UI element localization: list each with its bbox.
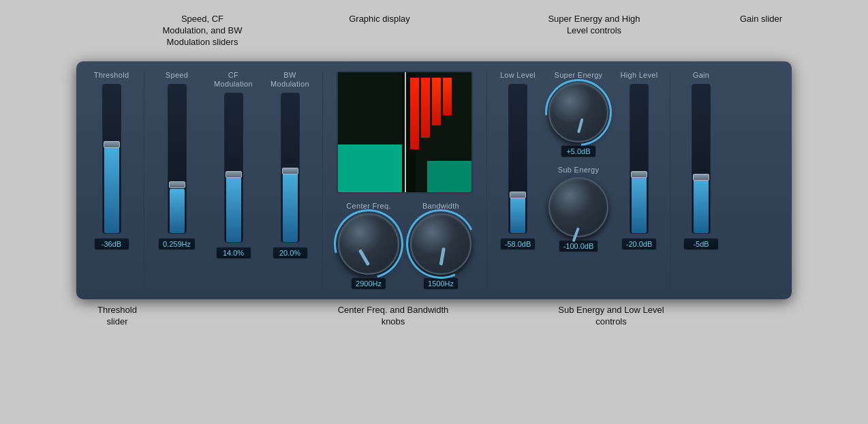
gd-red-bars: [410, 78, 452, 149]
knob-pair: Center Freq. 2900Hz Bandwidth 1500Hz: [338, 202, 471, 290]
super-energy-ring: [531, 65, 625, 160]
gd-red-bar-3: [432, 78, 441, 125]
bandwidth-value: 1500Hz: [423, 277, 459, 290]
cf-fill: [226, 175, 241, 242]
graphic-display: [337, 71, 473, 194]
gain-label: Gain: [693, 71, 709, 80]
cf-modulation-label: CF Modulation: [214, 71, 253, 89]
ann-graphic-display: Graphic display: [345, 14, 414, 25]
right-controls: Low Level -58.0dB Super Energy +5.0dB Su…: [494, 71, 663, 290]
plugin-container: Threshold -36dB Speed 0.259Hz CF Modulat…: [76, 61, 792, 299]
speed-slider-track[interactable]: [168, 84, 187, 234]
bw-thumb[interactable]: [282, 168, 298, 175]
ann-sub-energy-low: Sub Energy and Low Level controls: [553, 305, 669, 328]
cf-modulation-slider-track[interactable]: [224, 93, 243, 243]
cf-thumb[interactable]: [226, 171, 242, 178]
sep1: [144, 71, 144, 290]
threshold-fill: [104, 144, 119, 233]
high-level-thumb[interactable]: [631, 171, 647, 178]
ann-center-freq-bandwidth: Center Freq. and Bandwidth knobs: [335, 305, 451, 328]
low-level-section: Low Level -58.0dB: [494, 71, 542, 290]
sep2: [322, 71, 323, 290]
ann-gain-slider: Gain slider: [737, 14, 785, 25]
low-level-slider-track[interactable]: [508, 84, 527, 234]
gain-fill: [694, 177, 709, 233]
low-level-thumb[interactable]: [510, 192, 526, 198]
bw-modulation-value: 20.0%: [273, 247, 308, 259]
threshold-label: Threshold: [94, 71, 129, 80]
threshold-value: -36dB: [94, 238, 129, 250]
threshold-slider-track[interactable]: [102, 84, 121, 234]
gain-thumb[interactable]: [693, 174, 709, 181]
sep3: [486, 71, 487, 290]
cf-modulation-section: CF Modulation 14.0%: [208, 71, 259, 290]
speed-label: Speed: [166, 71, 188, 80]
high-level-label: High Level: [621, 71, 658, 80]
sub-energy-row: Sub Energy -100.0dB: [548, 166, 608, 252]
bandwidth-knob-ring: [397, 200, 486, 289]
super-energy-value: +5.0dB: [561, 145, 596, 157]
sep4: [670, 71, 670, 290]
cf-modulation-value: 14.0%: [216, 247, 251, 259]
gain-slider-track[interactable]: [692, 84, 711, 234]
super-energy-row: Super Energy +5.0dB: [548, 71, 608, 157]
high-level-section: High Level -20.0dB: [615, 71, 663, 290]
top-annotations: Speed, CF Modulation, and BW Modulation …: [76, 14, 792, 61]
gain-value: -5dB: [683, 238, 719, 250]
gd-teal-right: [427, 161, 471, 192]
center-freq-knob[interactable]: [338, 213, 399, 275]
high-level-value: -20.0dB: [621, 238, 657, 250]
bandwidth-knob[interactable]: [410, 213, 471, 275]
gd-white-line: [405, 72, 406, 192]
speed-thumb[interactable]: [169, 181, 185, 188]
high-level-slider-track[interactable]: [630, 84, 649, 234]
low-level-fill: [510, 196, 525, 234]
center-freq-band: Center Freq. 2900Hz Bandwidth 1500Hz: [330, 71, 480, 290]
speed-fill: [170, 189, 185, 233]
sub-energy-knob[interactable]: [548, 177, 608, 237]
super-energy-knob[interactable]: [548, 82, 608, 142]
center-freq-knob-ring: [321, 197, 416, 292]
ann-speed-cf-bw: Speed, CF Modulation, and BW Modulation …: [158, 14, 247, 48]
ann-super-energy-high: Super Energy and High Level controls: [540, 14, 649, 37]
bw-fill: [283, 171, 298, 243]
speed-value: 0.259Hz: [158, 238, 196, 250]
energy-panel: Super Energy +5.0dB Sub Energy -100.0dB: [548, 71, 608, 290]
bw-modulation-slider-track[interactable]: [281, 93, 300, 243]
high-level-fill: [632, 174, 647, 233]
gain-section: Gain -5dB: [677, 71, 725, 290]
ann-threshold-slider: Threshold slider: [87, 305, 148, 328]
threshold-thumb[interactable]: [104, 141, 120, 148]
center-freq-value: 2900Hz: [351, 277, 386, 290]
low-level-value: -58.0dB: [500, 238, 536, 250]
bw-modulation-label: BW Modulation: [270, 71, 309, 89]
bw-modulation-section: BW Modulation 20.0%: [264, 71, 315, 290]
speed-section: Speed 0.259Hz: [151, 71, 202, 290]
gd-red-bar-4: [443, 78, 452, 115]
gd-red-bar-1: [410, 78, 419, 149]
sub-energy-value: -100.0dB: [559, 240, 599, 252]
low-level-label: Low Level: [500, 71, 536, 80]
bandwidth-section: Bandwidth 1500Hz: [410, 202, 471, 290]
center-freq-section: Center Freq. 2900Hz: [338, 202, 399, 290]
gd-red-bar-2: [421, 78, 430, 138]
bottom-annotations: Threshold slider Center Freq. and Bandwi…: [76, 302, 792, 343]
gd-teal-left: [338, 145, 407, 192]
threshold-section: Threshold -36dB: [86, 71, 137, 290]
